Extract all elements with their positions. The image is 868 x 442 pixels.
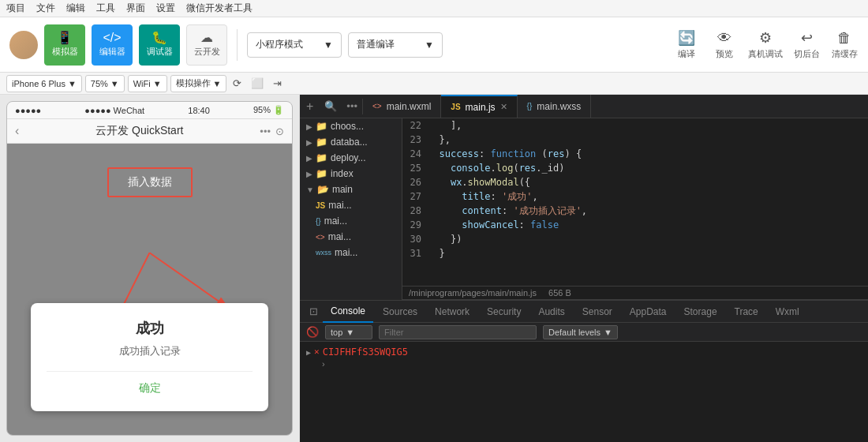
phone-app-title: 云开发 QuickStart — [95, 124, 183, 138]
network-selector[interactable]: WiFi ▼ — [128, 75, 167, 92]
backend-button[interactable]: ↩ 切后台 — [792, 29, 821, 60]
tab-network[interactable]: Network — [427, 301, 477, 323]
expand-indicator[interactable]: › — [322, 359, 325, 369]
tree-item-main-json[interactable]: {} mai... — [300, 213, 402, 229]
code-area: ▶ 📁 choos... ▶ 📁 databa... ▶ 📁 deploy...… — [300, 118, 868, 300]
tab-console[interactable]: Console — [323, 301, 373, 323]
compile-dropdown[interactable]: 普通编译 ▼ — [348, 32, 443, 58]
debugger-button[interactable]: 🐛 调试器 — [139, 24, 180, 66]
confirm-button[interactable]: 确定 — [47, 371, 253, 395]
tab-main-wxss[interactable]: {} main.wxss — [518, 95, 592, 118]
refresh-icon: 🔄 — [678, 29, 695, 47]
console-output: ▶ ✕ CIJFHFfS3SWQIG5 › — [300, 342, 868, 442]
eye-icon: 👁 — [717, 30, 731, 47]
simulator-button[interactable]: 📱 模拟器 — [44, 24, 85, 66]
more-tabs-icon[interactable]: ••• — [342, 100, 362, 112]
tab-security[interactable]: Security — [479, 301, 529, 323]
menu-tools[interactable]: 工具 — [96, 2, 115, 15]
menu-interface[interactable]: 界面 — [126, 2, 145, 15]
clear-console-icon[interactable]: 🚫 — [306, 326, 319, 338]
chevron-down-icon-4: ▼ — [110, 79, 119, 88]
phone-panel: ●●●●● ●●●●● WeChat 18:40 95% 🔋 ‹ 云开发 Qui… — [0, 95, 300, 442]
cloud-icon: ☁ — [200, 32, 213, 44]
clear-icon: 🗑 — [837, 30, 851, 47]
svg-line-2 — [150, 253, 229, 308]
menu-devtools[interactable]: 微信开发者工具 — [186, 2, 253, 15]
operation-selector[interactable]: 模拟操作 ▼ — [170, 75, 227, 92]
toolbar-right: 🔄 编译 👁 预览 ⚙ 真机调试 ↩ 切后台 🗑 清缓存 — [672, 29, 859, 60]
code-line-28: 28 content: '成功插入记录', — [402, 204, 868, 218]
expand-arrow-icon[interactable]: ▶ — [306, 346, 311, 357]
toolbar: 📱 模拟器 </> 编辑器 🐛 调试器 ☁ 云开发 小程序模式 ▼ 普通编译 ▼… — [0, 17, 868, 73]
right-panel: + 🔍 ••• <> main.wxml JS main.js ✕ {} mai… — [300, 95, 868, 442]
tree-item-index[interactable]: ▶ 📁 index — [300, 166, 402, 182]
phone-status-bar: ●●●●● ●●●●● WeChat 18:40 95% 🔋 — [7, 102, 292, 119]
add-tab-button[interactable]: + — [300, 99, 320, 114]
chevron-down-icon-6: ▼ — [213, 79, 222, 88]
tree-item-main-js[interactable]: JS mai... — [300, 197, 402, 213]
menu-edit[interactable]: 编辑 — [66, 2, 85, 15]
menu-file[interactable]: 文件 — [36, 2, 55, 15]
ellipsis-icon[interactable]: ••• — [260, 125, 271, 137]
code-lines: 22 ], 23 }, 24 success: function (res) { — [402, 118, 868, 260]
back-icon[interactable]: ‹ — [15, 124, 19, 138]
simulator-icon: 📱 — [57, 32, 73, 44]
tab-sources[interactable]: Sources — [375, 301, 425, 323]
code-scroll[interactable]: 22 ], 23 }, 24 success: function (res) { — [402, 118, 868, 286]
cloud-button[interactable]: ☁ 云开发 — [186, 24, 227, 66]
file-tree: ▶ 📁 choos... ▶ 📁 databa... ▶ 📁 deploy...… — [300, 118, 402, 300]
tree-item-main-wxss[interactable]: wxss mai... — [300, 245, 402, 260]
mode-dropdown[interactable]: 小程序模式 ▼ — [247, 32, 342, 58]
phone-actions: ••• ⊙ — [260, 125, 284, 137]
insert-data-button[interactable]: 插入数据 — [107, 167, 193, 197]
tab-main-js[interactable]: JS main.js ✕ — [441, 95, 517, 118]
circle-icon[interactable]: ⊙ — [275, 125, 284, 137]
tab-audits[interactable]: Audits — [530, 301, 572, 323]
menu-project[interactable]: 项目 — [6, 2, 25, 15]
tree-item-main-xml[interactable]: <> mai... — [300, 229, 402, 245]
code-line-29: 29 showCancel: false — [402, 218, 868, 232]
tab-main-wxml[interactable]: <> main.wxml — [363, 95, 441, 118]
separator-1 — [237, 29, 238, 61]
tree-item-databa[interactable]: ▶ 📁 databa... — [300, 134, 402, 150]
code-line-22: 22 ], — [402, 118, 868, 133]
chevron-down-icon-3: ▼ — [68, 79, 77, 88]
success-modal: 成功 成功插入记录 确定 — [31, 303, 268, 411]
xml-icon: <> — [316, 233, 325, 242]
forward-icon[interactable]: ⇥ — [270, 76, 285, 91]
console-toolbar: 🚫 top ▼ Default levels ▼ — [300, 323, 868, 342]
zoom-selector[interactable]: 75% ▼ — [85, 75, 125, 92]
phone-debug-icon: ⚙ — [759, 29, 772, 47]
console-context-dropdown[interactable]: top ▼ — [325, 325, 372, 339]
tab-wxml[interactable]: Wxml — [768, 301, 807, 323]
console-levels-dropdown[interactable]: Default levels ▼ — [543, 325, 618, 339]
tab-trace[interactable]: Trace — [727, 301, 766, 323]
console-filter-input[interactable] — [379, 325, 537, 339]
tree-item-choos[interactable]: ▶ 📁 choos... — [300, 118, 402, 134]
folder-open-icon: 📂 — [317, 184, 329, 195]
tab-storage[interactable]: Storage — [676, 301, 725, 323]
phone-time: 18:40 — [188, 106, 210, 115]
debugger-icon: 🐛 — [152, 32, 167, 44]
chevron-down-icon: ▼ — [324, 39, 333, 51]
tree-item-main-folder[interactable]: ▼ 📂 main — [300, 182, 402, 197]
wxss-icon: wxss — [316, 249, 331, 257]
device-selector[interactable]: iPhone 6 Plus ▼ — [6, 75, 82, 92]
chevron-down-icon-2: ▼ — [425, 39, 434, 51]
rotate-icon[interactable]: ⟳ — [230, 76, 245, 91]
phone-frame: ●●●●● ●●●●● WeChat 18:40 95% 🔋 ‹ 云开发 Qui… — [6, 101, 293, 436]
close-tab-icon[interactable]: ✕ — [500, 102, 507, 112]
menu-settings[interactable]: 设置 — [156, 2, 175, 15]
tree-item-deploy[interactable]: ▶ 📁 deploy... — [300, 150, 402, 166]
real-debug-button[interactable]: ⚙ 真机调试 — [748, 29, 783, 60]
tab-sensor[interactable]: Sensor — [574, 301, 620, 323]
preview-button[interactable]: 👁 预览 — [710, 30, 739, 60]
main-area: ●●●●● ●●●●● WeChat 18:40 95% 🔋 ‹ 云开发 Qui… — [0, 95, 868, 442]
editor-button[interactable]: </> 编辑器 — [92, 24, 133, 66]
clear-button[interactable]: 🗑 清缓存 — [830, 30, 859, 60]
search-tab-icon[interactable]: 🔍 — [320, 100, 342, 112]
tab-appdata[interactable]: AppData — [622, 301, 675, 323]
compile-button[interactable]: 🔄 编译 — [672, 29, 701, 60]
crop-icon[interactable]: ⬜ — [248, 76, 267, 91]
tab-bar-icon[interactable]: ⊡ — [306, 305, 321, 317]
